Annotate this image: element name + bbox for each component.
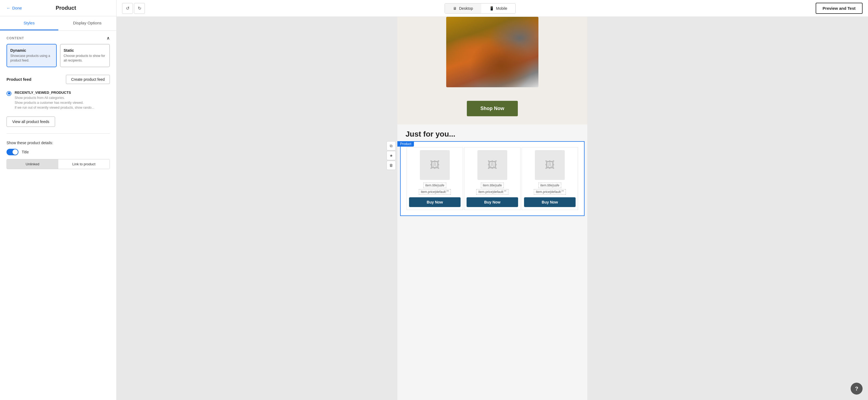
content-option-dynamic[interactable]: Dynamic Showcase products using a produc…: [6, 44, 57, 67]
buy-now-button-2[interactable]: Buy Now: [467, 197, 518, 207]
email-preview: Shop Now Just for you... Product ⧉ ★: [397, 17, 587, 400]
product-img-3: 🖼: [535, 150, 565, 180]
image-placeholder-icon-1: 🖼: [430, 159, 440, 171]
mobile-icon: 📱: [489, 6, 494, 10]
float-actions: ⧉ ★ 🗑: [386, 141, 396, 170]
desktop-button[interactable]: 🖥 Desktop: [445, 3, 481, 13]
product-img-1: 🖼: [420, 150, 450, 180]
mobile-label: Mobile: [496, 6, 507, 10]
product-title-3: item.title|safe: [538, 182, 561, 188]
desktop-icon: 🖥: [453, 6, 457, 10]
create-feed-button[interactable]: Create product feed: [66, 75, 110, 84]
product-feed-row: Product feed Create product feed: [0, 72, 116, 88]
delete-icon: 🗑: [389, 163, 393, 167]
show-details-section: Show these product details: Title Unlink…: [0, 136, 116, 169]
product-block: 🖼 item.title|safe item.price|default:"" …: [400, 141, 585, 216]
undo-redo: ↺ ↻: [122, 3, 145, 14]
copy-icon: ⧉: [390, 144, 393, 148]
radio-inner: [8, 92, 10, 95]
panel-title: Product: [22, 5, 110, 11]
content-chevron-icon: ∧: [106, 35, 110, 41]
divider: [6, 133, 110, 134]
product-price-2: item.price|default:"": [476, 189, 508, 195]
pot-image: [446, 17, 538, 87]
content-option-static[interactable]: Static Choose products to show for all r…: [60, 44, 110, 67]
view-all-button[interactable]: View all product feeds: [6, 116, 55, 127]
toggle-label: Title: [22, 150, 29, 154]
copy-action-button[interactable]: ⧉: [386, 141, 396, 151]
undo-button[interactable]: ↺: [122, 3, 133, 14]
redo-button[interactable]: ↻: [134, 3, 145, 14]
feed-option-line-2: Show products a customer has recently vi…: [14, 100, 110, 105]
toggle-knob: [12, 149, 18, 155]
done-link[interactable]: ← Done: [6, 6, 22, 10]
product-item-1: 🖼 item.title|safe item.price|default:"" …: [407, 147, 463, 210]
pot-image-section: [397, 17, 587, 95]
buy-now-button-1[interactable]: Buy Now: [409, 197, 461, 207]
feed-option-text: RECENTLY_VIEWED_PRODUCTS Show products f…: [14, 91, 110, 110]
show-details-label: Show these product details:: [6, 141, 110, 145]
delete-action-button[interactable]: 🗑: [386, 161, 396, 170]
shop-now-section: Shop Now: [397, 95, 587, 124]
just-for-you-section: Just for you...: [397, 124, 587, 141]
content-options: Dynamic Showcase products using a produc…: [0, 44, 116, 72]
feed-option[interactable]: RECENTLY_VIEWED_PRODUCTS Show products f…: [0, 88, 116, 114]
content-section-header: CONTENT ∧: [0, 31, 116, 44]
dynamic-option-desc: Showcase products using a product feed.: [10, 54, 53, 63]
product-title-2: item.title|safe: [481, 182, 504, 188]
product-label-tag: Product: [397, 141, 414, 146]
done-label: Done: [12, 6, 22, 10]
product-price-1: item.price|default:"": [419, 189, 451, 195]
feed-option-line-3: If we run out of recently viewed product…: [14, 105, 110, 110]
product-item-2: 🖼 item.title|safe item.price|default:"" …: [464, 147, 521, 210]
product-price-3: item.price|default:"": [534, 189, 565, 195]
device-toggle: 🖥 Desktop 📱 Mobile: [444, 3, 516, 13]
preview-topbar: ↺ ↻ 🖥 Desktop 📱 Mobile Preview and Test: [117, 0, 868, 17]
tab-display-options[interactable]: Display Options: [58, 16, 117, 30]
static-option-title: Static: [64, 48, 106, 53]
back-arrow-icon: ←: [6, 6, 10, 10]
product-item-3: 🖼 item.title|safe item.price|default:"" …: [522, 147, 578, 210]
star-icon: ★: [390, 154, 393, 158]
image-placeholder-icon-2: 🖼: [488, 159, 497, 171]
product-block-wrapper: Product ⧉ ★ 🗑: [397, 141, 587, 216]
image-placeholder-icon-3: 🖼: [545, 159, 555, 171]
right-panel: ↺ ↻ 🖥 Desktop 📱 Mobile Preview and Test: [117, 0, 868, 400]
top-bar: ← Done Product: [0, 0, 116, 16]
pot-image-inner: [446, 17, 538, 87]
desktop-label: Desktop: [459, 6, 473, 10]
toggle-row: Title: [6, 149, 110, 155]
tabs-row: Styles Display Options: [0, 16, 116, 31]
feed-option-line-1: Show products from All categories.: [14, 95, 110, 100]
product-feed-label: Product feed: [6, 77, 31, 81]
static-option-desc: Choose products to show for all recipien…: [64, 54, 106, 63]
radio-circle: [6, 91, 11, 96]
help-button[interactable]: ?: [850, 382, 863, 395]
shop-now-button[interactable]: Shop Now: [467, 101, 518, 116]
preview-test-button[interactable]: Preview and Test: [816, 3, 863, 14]
view-all-btn-wrap: View all product feeds: [0, 114, 116, 131]
buy-now-button-3[interactable]: Buy Now: [524, 197, 576, 207]
product-grid: 🖼 item.title|safe item.price|default:"" …: [406, 147, 579, 210]
tab-styles[interactable]: Styles: [0, 16, 58, 30]
product-img-2: 🖼: [477, 150, 507, 180]
link-options: Unlinked Link to product: [6, 159, 110, 169]
feed-option-title: RECENTLY_VIEWED_PRODUCTS: [14, 91, 110, 95]
just-for-you-title: Just for you...: [405, 130, 579, 138]
link-opt-product[interactable]: Link to product: [58, 159, 110, 169]
content-section-label: CONTENT: [6, 36, 24, 40]
left-panel: ← Done Product Styles Display Options CO…: [0, 0, 117, 400]
link-opt-unlinked[interactable]: Unlinked: [7, 159, 58, 169]
mobile-button[interactable]: 📱 Mobile: [481, 3, 516, 13]
preview-canvas: Shop Now Just for you... Product ⧉ ★: [117, 17, 868, 400]
title-toggle[interactable]: [6, 149, 19, 155]
dynamic-option-title: Dynamic: [10, 48, 53, 53]
star-action-button[interactable]: ★: [386, 151, 396, 160]
product-title-1: item.title|safe: [424, 182, 446, 188]
